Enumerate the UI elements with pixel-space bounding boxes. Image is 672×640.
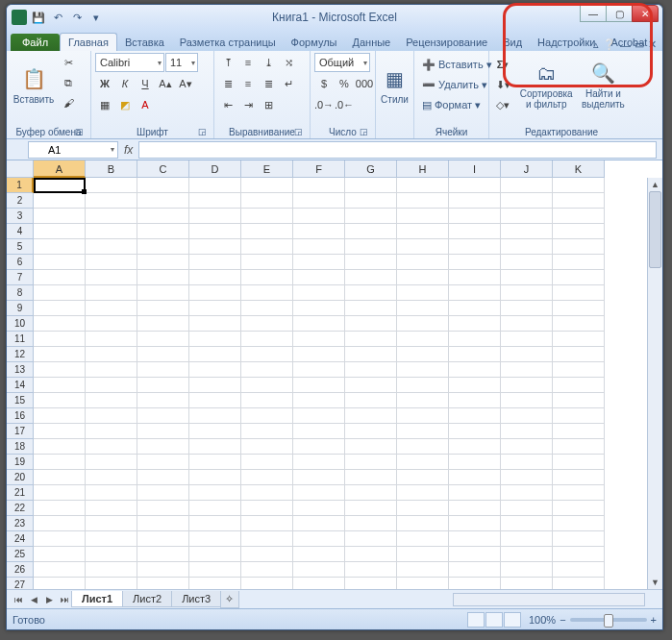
cell[interactable] <box>293 224 345 239</box>
cell[interactable] <box>241 239 293 255</box>
cell[interactable] <box>34 270 86 285</box>
cell[interactable] <box>241 516 293 531</box>
cell[interactable] <box>553 316 605 332</box>
cell[interactable] <box>241 332 293 347</box>
cell[interactable] <box>449 547 501 562</box>
cell[interactable] <box>449 455 501 470</box>
align-launcher-icon[interactable]: ◲ <box>292 126 304 137</box>
cell[interactable] <box>293 547 345 562</box>
cell[interactable] <box>241 408 293 424</box>
row-header[interactable]: 17 <box>7 424 34 439</box>
cell[interactable] <box>293 531 345 547</box>
cell[interactable] <box>189 455 241 470</box>
zoom-slider[interactable] <box>570 618 647 622</box>
cell[interactable] <box>86 424 137 439</box>
cell[interactable] <box>241 424 293 439</box>
cell[interactable] <box>293 332 345 347</box>
undo-icon[interactable]: ↶ <box>49 9 66 26</box>
cell[interactable] <box>293 578 345 589</box>
cell[interactable] <box>293 239 345 255</box>
cell[interactable] <box>189 347 241 362</box>
shrink-font-icon[interactable]: A▾ <box>176 74 195 93</box>
cell[interactable] <box>345 347 397 362</box>
row-header[interactable]: 21 <box>7 485 34 501</box>
cell[interactable] <box>34 347 86 362</box>
cell[interactable] <box>86 285 137 301</box>
cell[interactable] <box>345 209 397 224</box>
cell[interactable] <box>501 316 553 332</box>
cell[interactable] <box>397 439 449 455</box>
cell[interactable] <box>137 393 189 408</box>
cell[interactable] <box>86 255 137 270</box>
cell[interactable] <box>345 255 397 270</box>
scroll-down-icon[interactable]: ▼ <box>648 576 662 589</box>
cell[interactable] <box>137 270 189 285</box>
cell[interactable] <box>501 178 553 193</box>
cell[interactable] <box>397 178 449 193</box>
cell[interactable] <box>241 347 293 362</box>
tab-view[interactable]: Вид <box>495 34 530 51</box>
cell[interactable] <box>449 224 501 239</box>
cell[interactable] <box>86 347 137 362</box>
cell[interactable] <box>397 285 449 301</box>
save-icon[interactable]: 💾 <box>30 9 47 26</box>
cell[interactable] <box>241 178 293 193</box>
align-center-icon[interactable]: ≡ <box>238 74 258 93</box>
align-middle-icon[interactable]: ≡ <box>238 53 258 72</box>
cell[interactable] <box>397 332 449 347</box>
cell[interactable] <box>449 239 501 255</box>
cell[interactable] <box>34 316 86 332</box>
cell[interactable] <box>397 501 449 516</box>
cell[interactable] <box>189 193 241 209</box>
row-header[interactable]: 4 <box>7 224 34 239</box>
cell[interactable] <box>137 501 189 516</box>
row-header[interactable]: 3 <box>7 209 34 224</box>
col-header[interactable]: J <box>501 160 553 178</box>
cell[interactable] <box>501 424 553 439</box>
cell[interactable] <box>501 393 553 408</box>
cell[interactable] <box>34 470 86 485</box>
tab-review[interactable]: Рецензирование <box>398 34 495 51</box>
cell[interactable] <box>449 516 501 531</box>
cell[interactable] <box>501 301 553 316</box>
cell[interactable] <box>86 270 137 285</box>
cell[interactable] <box>397 193 449 209</box>
cell[interactable] <box>553 578 605 589</box>
cell[interactable] <box>137 255 189 270</box>
row-header[interactable]: 1 <box>7 178 34 193</box>
cell[interactable] <box>189 531 241 547</box>
cell[interactable] <box>345 562 397 578</box>
cell[interactable] <box>86 193 137 209</box>
cell[interactable] <box>34 193 86 209</box>
cell[interactable] <box>86 332 137 347</box>
cell[interactable] <box>137 239 189 255</box>
cell[interactable] <box>241 455 293 470</box>
cell[interactable] <box>86 224 137 239</box>
cell[interactable] <box>449 255 501 270</box>
cell[interactable] <box>397 209 449 224</box>
cell[interactable] <box>293 408 345 424</box>
cell[interactable] <box>34 301 86 316</box>
cell[interactable] <box>293 393 345 408</box>
cell[interactable] <box>189 578 241 589</box>
new-sheet-icon[interactable]: ✧ <box>220 591 239 608</box>
cell[interactable] <box>189 424 241 439</box>
currency-icon[interactable]: $ <box>314 74 334 93</box>
cell[interactable] <box>501 332 553 347</box>
cell[interactable] <box>86 578 137 589</box>
cell[interactable] <box>86 470 137 485</box>
cell[interactable] <box>449 470 501 485</box>
font-color-icon[interactable]: A <box>136 95 155 114</box>
cell[interactable] <box>449 209 501 224</box>
cell[interactable] <box>137 332 189 347</box>
cell[interactable] <box>553 301 605 316</box>
zoom-out-icon[interactable]: − <box>560 614 565 626</box>
cell[interactable] <box>397 378 449 393</box>
font-launcher-icon[interactable]: ◲ <box>196 126 208 137</box>
cell[interactable] <box>501 470 553 485</box>
cell[interactable] <box>34 516 86 531</box>
cell[interactable] <box>293 178 345 193</box>
cell[interactable] <box>34 285 86 301</box>
cell[interactable] <box>189 285 241 301</box>
qat-dropdown-icon[interactable]: ▾ <box>87 9 105 26</box>
